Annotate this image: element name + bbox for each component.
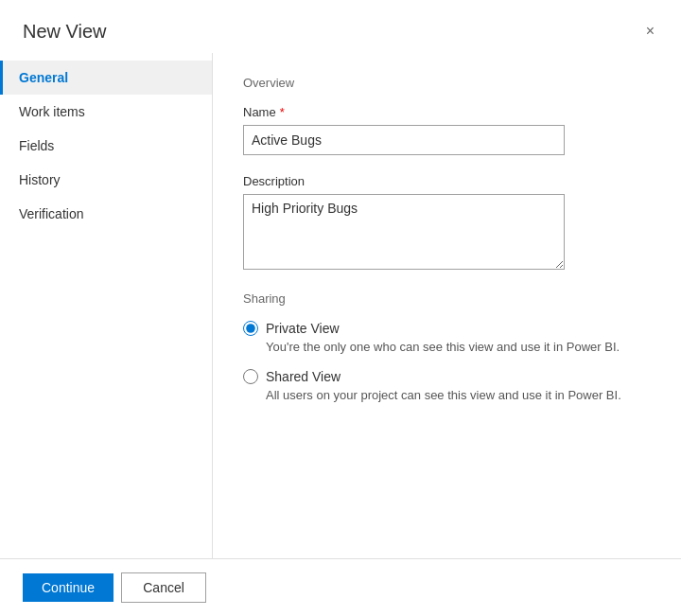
sidebar-item-fields[interactable]: Fields [0, 129, 212, 163]
shared-view-option: Shared View All users on your project ca… [243, 369, 651, 402]
name-label: Name * [243, 105, 651, 119]
close-button[interactable]: × [642, 19, 658, 44]
sidebar-item-verification[interactable]: Verification [0, 197, 212, 231]
sharing-section: Sharing Private View You're the only one… [243, 291, 651, 402]
dialog-body: General Work items Fields History Verifi… [0, 53, 681, 558]
sharing-label: Sharing [243, 291, 651, 306]
private-view-desc: You're the only one who can see this vie… [266, 340, 651, 354]
dialog-header: New View × [0, 0, 681, 53]
name-input[interactable] [243, 125, 565, 155]
name-form-group: Name * [243, 105, 651, 155]
description-label: Description [243, 174, 651, 188]
required-star: * [280, 105, 285, 119]
cancel-button[interactable]: Cancel [121, 572, 206, 603]
content-area: Overview Name * Description High Priorit… [213, 53, 681, 558]
shared-view-label[interactable]: Shared View [266, 369, 340, 384]
dialog-footer: Continue Cancel [0, 558, 681, 616]
private-view-option: Private View You're the only one who can… [243, 321, 651, 354]
new-view-dialog: New View × General Work items Fields His… [0, 0, 681, 616]
shared-view-radio[interactable] [243, 369, 258, 384]
dialog-title: New View [23, 21, 107, 43]
overview-section-label: Overview [243, 76, 651, 90]
sidebar-item-history[interactable]: History [0, 163, 212, 197]
sidebar: General Work items Fields History Verifi… [0, 53, 213, 558]
shared-view-desc: All users on your project can see this v… [266, 388, 651, 402]
continue-button[interactable]: Continue [23, 573, 114, 602]
description-form-group: Description High Priority Bugs [243, 174, 651, 273]
private-view-radio[interactable] [243, 321, 258, 336]
private-view-label[interactable]: Private View [266, 321, 340, 336]
description-textarea[interactable]: High Priority Bugs [243, 194, 565, 270]
sidebar-item-general[interactable]: General [0, 61, 212, 95]
sidebar-item-work-items[interactable]: Work items [0, 95, 212, 129]
